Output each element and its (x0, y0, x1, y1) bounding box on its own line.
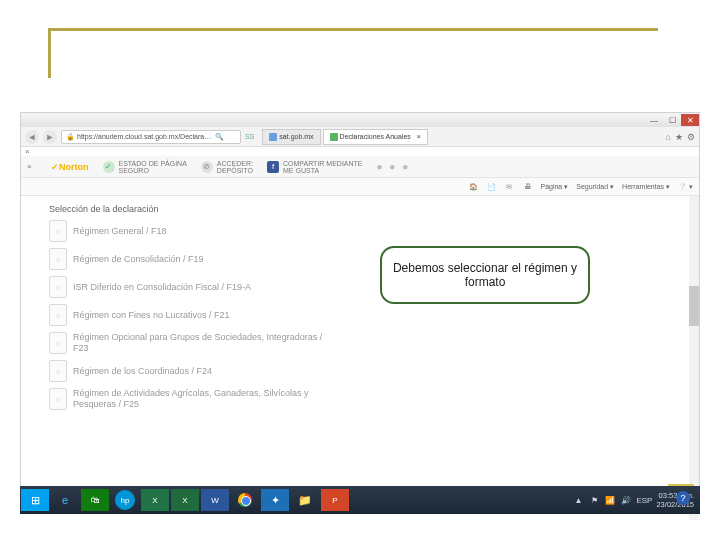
norton-vault[interactable]: ⊘ ACCEDER: DEPÓSITO (201, 160, 253, 174)
facebook-icon: f (267, 161, 279, 173)
radio-button[interactable]: ○ (49, 248, 67, 270)
forward-button[interactable]: ► (43, 130, 57, 144)
explorer-icon[interactable]: 📁 (291, 489, 319, 511)
vault-icon: ⊘ (201, 161, 213, 173)
norton-logo: ✓Norton (51, 162, 89, 172)
window-titlebar: — ☐ ✕ (21, 113, 699, 127)
norton-page-status[interactable]: ✓ ESTADO DE PÁGINA SEGURO (103, 160, 187, 174)
store-icon[interactable]: 🛍 (81, 489, 109, 511)
address-bar: ◄ ► 🔒 https://anudem.cloud.sat.gob.mx/De… (21, 127, 699, 147)
feed-icon[interactable]: 📄 (486, 182, 496, 192)
print-icon[interactable]: 🖶 (522, 182, 532, 192)
regime-option[interactable]: ○Régimen con Fines no Lucrativos / F21 (49, 304, 633, 326)
option-label: Régimen con Fines no Lucrativos / F21 (73, 310, 230, 321)
norton-item-sub: ME GUSTA (283, 167, 362, 174)
ie-icon[interactable]: e (51, 489, 79, 511)
favorites-icon[interactable]: ★ (675, 132, 683, 142)
volume-icon[interactable]: 🔊 (620, 494, 632, 506)
taskbar-apps: ⊞ e 🛍 hp X X W ✦ 📁 P (20, 486, 350, 514)
excel-icon[interactable]: X (141, 489, 169, 511)
radio-button[interactable]: ○ (49, 304, 67, 326)
radio-button[interactable]: ○ (49, 220, 67, 242)
excel2-icon[interactable]: X (171, 489, 199, 511)
norton-share[interactable]: f COMPARTIR MEDIANTE ME GUSTA (267, 160, 362, 174)
tab-favicon-icon (330, 133, 338, 141)
radio-button[interactable]: ○ (49, 276, 67, 298)
settings-icon[interactable]: ⚙ (687, 132, 695, 142)
network-icon[interactable]: 📶 (604, 494, 616, 506)
browser-tab-active[interactable]: Declaraciones Anuales × (323, 129, 428, 145)
norton-item-title: ACCEDER: (217, 160, 253, 167)
norton-item-title: ESTADO DE PÁGINA (119, 160, 187, 167)
tray-up-icon[interactable]: ▲ (572, 494, 584, 506)
word-icon[interactable]: W (201, 489, 229, 511)
check-icon: ✓ (103, 161, 115, 173)
search-icon: 🔍 (215, 133, 224, 141)
more-dots-icon[interactable]: ● ● ● (377, 161, 411, 172)
help-button[interactable]: ? (676, 491, 690, 505)
option-label: Régimen General / F18 (73, 226, 167, 237)
option-label: Régimen de Actividades Agrícolas, Ganade… (73, 388, 333, 410)
tab-label: Declaraciones Anuales (340, 133, 411, 140)
browser-tab[interactable]: sat.gob.mx (262, 129, 320, 145)
option-label: Régimen de los Coordinados / F24 (73, 366, 212, 377)
url-field[interactable]: 🔒 https://anudem.cloud.sat.gob.mx/Declar… (61, 130, 241, 144)
section-title: Selección de la declaración (49, 204, 633, 214)
browser-window: — ☐ ✕ ◄ ► 🔒 https://anudem.cloud.sat.gob… (20, 112, 700, 512)
lock-icon: 🔒 (66, 133, 75, 141)
home-icon[interactable]: ⌂ (666, 132, 671, 142)
app-blue-icon[interactable]: ✦ (261, 489, 289, 511)
radio-button[interactable]: ○ (49, 388, 67, 410)
action-flag-icon[interactable]: ⚑ (588, 494, 600, 506)
mail-icon[interactable]: ✉ (504, 182, 514, 192)
close-norton-button[interactable]: × (27, 162, 37, 171)
slide-border (48, 28, 658, 78)
start-button[interactable]: ⊞ (21, 489, 49, 511)
tab-strip: sat.gob.mx Declaraciones Anuales × (262, 129, 657, 145)
windows-taskbar: ⊞ e 🛍 hp X X W ✦ 📁 P ▲ ⚑ 📶 🔊 ESP 03:53 p… (20, 486, 700, 514)
page-content: Selección de la declaración ○Régimen Gen… (21, 196, 699, 520)
toolbar-right: ⌂ ★ ⚙ (666, 132, 695, 142)
hp-icon[interactable]: hp (111, 489, 139, 511)
norton-item-title: COMPARTIR MEDIANTE (283, 160, 362, 167)
home-icon[interactable]: 🏠 (468, 182, 478, 192)
regime-option[interactable]: ○Régimen de Actividades Agrícolas, Ganad… (49, 388, 633, 410)
url-text: https://anudem.cloud.sat.gob.mx/Declara… (77, 133, 211, 140)
ie-command-bar: 🏠 📄 ✉ 🖶 Página ▾ Seguridad ▾ Herramienta… (21, 178, 699, 196)
regime-option[interactable]: ○Régimen General / F18 (49, 220, 633, 242)
maximize-button[interactable]: ☐ (663, 114, 681, 126)
ss-indicator: SS (245, 133, 254, 140)
tab-close-icon[interactable]: × (417, 133, 421, 140)
radio-button[interactable]: ○ (49, 360, 67, 382)
menu-page[interactable]: Página ▾ (540, 183, 568, 191)
norton-item-sub: SEGURO (119, 167, 187, 174)
option-label: Régimen de Consolidación / F19 (73, 254, 204, 265)
tab-label: sat.gob.mx (279, 133, 313, 140)
annotation-callout: Debemos seleccionar el régimen y formato (380, 246, 590, 304)
main-panel: Selección de la declaración ○Régimen Gen… (21, 196, 699, 520)
menu-help[interactable]: ❔ ▾ (678, 183, 693, 191)
menu-tools[interactable]: Herramientas ▾ (622, 183, 670, 191)
minimize-button[interactable]: — (645, 114, 663, 126)
radio-button[interactable]: ○ (49, 332, 67, 354)
powerpoint-icon[interactable]: P (321, 489, 349, 511)
language-indicator[interactable]: ESP (636, 496, 652, 505)
regime-option[interactable]: ○Régimen Opcional para Grupos de Socieda… (49, 332, 633, 354)
close-button[interactable]: ✕ (681, 114, 699, 126)
tab-favicon-icon (269, 133, 277, 141)
close-bar-button[interactable]: × (21, 147, 31, 156)
menu-security[interactable]: Seguridad ▾ (576, 183, 614, 191)
scrollbar-track[interactable] (689, 196, 699, 520)
option-label: ISR Diferido en Consolidación Fiscal / F… (73, 282, 251, 293)
norton-item-sub: DEPÓSITO (217, 167, 253, 174)
option-label: Régimen Opcional para Grupos de Sociedad… (73, 332, 333, 354)
norton-toolbar: × ✓Norton ✓ ESTADO DE PÁGINA SEGURO ⊘ AC… (21, 156, 699, 178)
back-button[interactable]: ◄ (25, 130, 39, 144)
chrome-icon[interactable] (231, 489, 259, 511)
regime-option[interactable]: ○Régimen de los Coordinados / F24 (49, 360, 633, 382)
scrollbar-thumb[interactable] (689, 286, 699, 326)
